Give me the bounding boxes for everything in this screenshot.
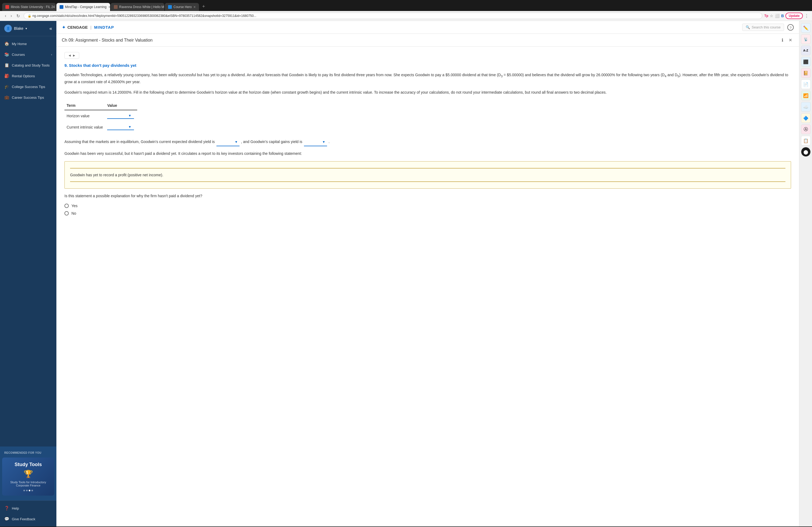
address-actions: Tp ☆ ⬜ B Update ⋮: [765, 13, 809, 19]
question-number: 9. Stocks that don't pay dividends yet: [64, 63, 791, 67]
sidebar-collapse-button[interactable]: «: [49, 26, 52, 31]
az-glossary-icon[interactable]: A-Z: [801, 46, 811, 55]
tab-label: Ravenna Dress White | Hello M: [119, 5, 164, 9]
cengage-logo-text: CENGAGE: [68, 25, 88, 30]
content-scroll[interactable]: ◄ ► 9. Stocks that don't pay dividends y…: [56, 47, 799, 526]
college-icon: 🎓: [4, 84, 9, 89]
table-row: Current intrinsic value ▼: [64, 122, 137, 133]
pencil-icon[interactable]: ✏️: [801, 23, 811, 33]
profile-icon[interactable]: B: [781, 14, 784, 18]
statement-intro: Goodwin has been very successful, but it…: [64, 151, 791, 157]
tab-ravenna[interactable]: Ravenna Dress White | Hello M ✕: [111, 3, 164, 11]
sidebar-footer: ❓ Help 💬 Give Feedback: [0, 500, 56, 526]
help-icon: ❓: [4, 506, 9, 511]
back-button[interactable]: ‹: [3, 13, 8, 19]
url-bar[interactable]: 🔒 ng.cengage.com/static/nb/ui/evo/index.…: [24, 13, 762, 19]
dropdown-value: [108, 125, 127, 129]
wireless-icon[interactable]: 📶: [801, 91, 811, 100]
sidebar-item-give-feedback[interactable]: 💬 Give Feedback: [0, 514, 56, 524]
dot-1: [23, 490, 25, 491]
info-button[interactable]: ℹ: [780, 37, 785, 43]
new-tab-button[interactable]: +: [200, 2, 208, 11]
tab-bar: Illinois State University : FIL 24 ✕ Min…: [0, 0, 812, 11]
chevron-down-icon[interactable]: ▾: [26, 27, 27, 30]
term-horizon: Horizon value: [64, 110, 105, 122]
sidebar-item-rental[interactable]: 🎒 Rental Options: [0, 71, 56, 81]
horizon-value-dropdown[interactable]: ▼: [107, 113, 134, 119]
recommended-label: RECOMMENDED FOR YOU: [0, 449, 56, 455]
rss-icon[interactable]: 📡: [801, 34, 811, 44]
cloud-icon[interactable]: ☁️: [801, 102, 811, 111]
sidebar-item-catalog[interactable]: 📋 Catalog and Study Tools: [0, 60, 56, 71]
sidebar-item-label: My Home: [12, 42, 27, 46]
value-intrinsic: ▼: [105, 122, 137, 133]
sidebar-nav: 🏠 My Home 📚 Courses › 📋 Catalog and Stud…: [0, 36, 56, 447]
circle-dot-icon[interactable]: ⬤: [801, 147, 811, 157]
sidebar-item-help[interactable]: ❓ Help: [0, 503, 56, 514]
forward-button[interactable]: ›: [9, 13, 13, 19]
chevron-right-icon: ›: [51, 53, 52, 56]
help-circle-button[interactable]: ?: [787, 24, 794, 31]
sidebar-username: Blake: [14, 26, 23, 31]
dividend-yield-value: [218, 139, 234, 145]
feedback-icon: 💬: [4, 516, 9, 521]
refresh-button[interactable]: ↻: [15, 13, 21, 19]
dot-3: [29, 490, 30, 491]
search-icon: 🔍: [746, 25, 750, 29]
capital-gains-dropdown[interactable]: ▼: [304, 138, 327, 146]
dropdown-arrow-icon: ▼: [128, 114, 131, 118]
card-dots: [6, 490, 50, 491]
document-icon[interactable]: 📄: [801, 79, 811, 89]
sidebar-item-career-success[interactable]: 💼 Career Success Tips: [0, 92, 56, 103]
capital-gains-value: [306, 139, 322, 145]
tab-close-btn[interactable]: ✕: [193, 5, 196, 9]
office-icon[interactable]: ⬛: [801, 57, 811, 66]
recommended-section: RECOMMENDED FOR YOU Study Tools 🏆 Study …: [0, 447, 56, 500]
page-controls[interactable]: ◄ ►: [64, 52, 79, 59]
menu-dots[interactable]: ⋮: [804, 13, 809, 18]
apps-icon[interactable]: Ⓐ: [801, 124, 811, 134]
pagination-nav: ◄ ►: [64, 52, 791, 59]
breadcrumb: Ch 09: Assignment - Stocks and Their Val…: [62, 38, 153, 43]
study-tools-card[interactable]: Study Tools 🏆 Study Tools for Introducto…: [2, 457, 54, 496]
close-button[interactable]: ✕: [787, 37, 794, 43]
notebook-icon[interactable]: 📔: [801, 68, 811, 78]
browser-chrome: Illinois State University : FIL 24 ✕ Min…: [0, 0, 812, 21]
sidebar-item-college-success[interactable]: 🎓 College Success Tips: [0, 81, 56, 92]
tab-label: Illinois State University : FIL 24: [11, 5, 55, 9]
tab-coursehero[interactable]: Course Hero ✕: [165, 3, 199, 11]
sidebar-item-label: Help: [12, 506, 19, 510]
tab-illinois[interactable]: Illinois State University : FIL 24 ✕: [2, 3, 56, 11]
clipboard-icon[interactable]: 📋: [801, 136, 811, 146]
tab-mindtap[interactable]: MindTap - Cengage Learning ✕: [56, 3, 110, 11]
mindtap-logo: ✦ CENGAGE | MINDTAP: [62, 25, 114, 30]
dropdown-arrow-icon: ▼: [128, 125, 131, 129]
sidebar-item-label: Rental Options: [12, 74, 35, 78]
equilibrium-text: Assuming that the markets are in equilib…: [64, 138, 791, 146]
tab-close-btn[interactable]: ✕: [108, 5, 110, 9]
radio-label-yes: Yes: [71, 204, 77, 208]
radio-circle-yes: [64, 204, 69, 208]
extension-icon[interactable]: ⬜: [775, 14, 780, 18]
intrinsic-value-dropdown[interactable]: ▼: [107, 124, 134, 130]
google-icon[interactable]: 🔷: [801, 113, 811, 123]
sidebar-item-courses[interactable]: 📚 Courses ›: [0, 49, 56, 60]
radio-option-yes[interactable]: Yes: [64, 204, 791, 208]
tab-favicon: [114, 5, 118, 9]
sidebar-item-label: Career Success Tips: [12, 95, 44, 100]
value-horizon: ▼: [105, 110, 137, 122]
page-header: Ch 09: Assignment - Stocks and Their Val…: [56, 34, 799, 47]
update-button[interactable]: Update: [785, 13, 803, 19]
study-tools-subtitle: Study Tools for Introductory Corporate F…: [6, 481, 50, 487]
radio-option-no[interactable]: No: [64, 211, 791, 215]
dividend-yield-dropdown[interactable]: ▼: [216, 138, 240, 146]
question-paragraph-1: Goodwin Technologies, a relatively young…: [64, 72, 791, 85]
search-bar[interactable]: 🔍 Search this course: [742, 24, 784, 31]
statement-box: Goodwin has yet to record a profit (posi…: [64, 161, 791, 189]
sidebar-item-my-home[interactable]: 🏠 My Home: [0, 39, 56, 49]
star-icon[interactable]: ☆: [770, 14, 773, 18]
search-placeholder: Search this course: [752, 25, 781, 29]
radio-circle-no: [64, 211, 69, 215]
col-value: Value: [105, 101, 137, 110]
right-sidebar: ✏️ 📡 A-Z ⬛ 📔 📄 📶 ☁️ 🔷 Ⓐ 📋 ⬤: [799, 21, 812, 526]
